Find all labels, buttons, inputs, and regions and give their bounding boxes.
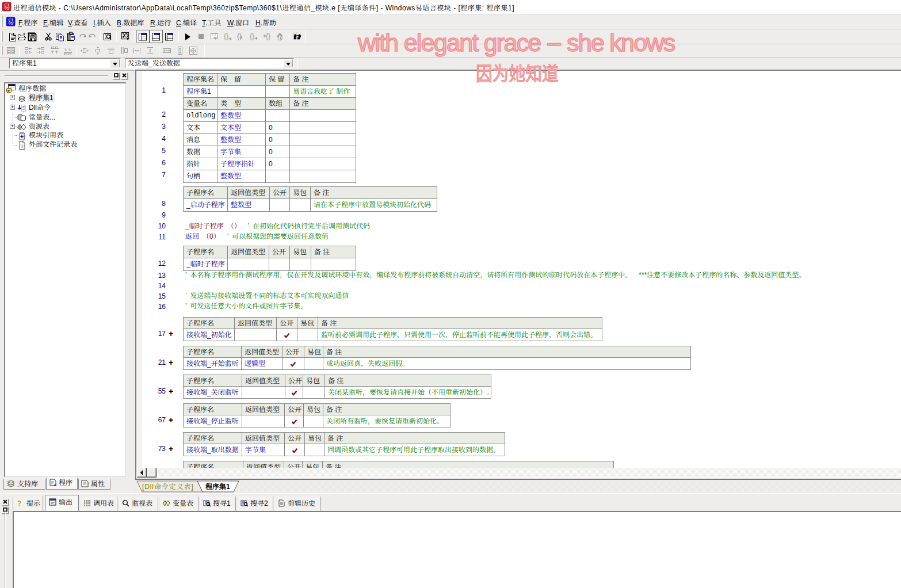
svg-text:易: 易 (3, 2, 10, 11)
svg-text:?: ? (292, 32, 295, 37)
svg-text:{}: {} (250, 32, 254, 40)
svg-text:易: 易 (7, 17, 14, 26)
svg-text:程序集1: 程序集1 (205, 483, 230, 491)
svg-text:e: e (7, 87, 10, 93)
svg-text:?: ? (17, 499, 21, 507)
svg-text:[Dll命令定义表]: [Dll命令定义表] (142, 483, 194, 491)
svg-text:{}: {} (266, 32, 270, 40)
svg-text:{}: {} (224, 32, 228, 40)
